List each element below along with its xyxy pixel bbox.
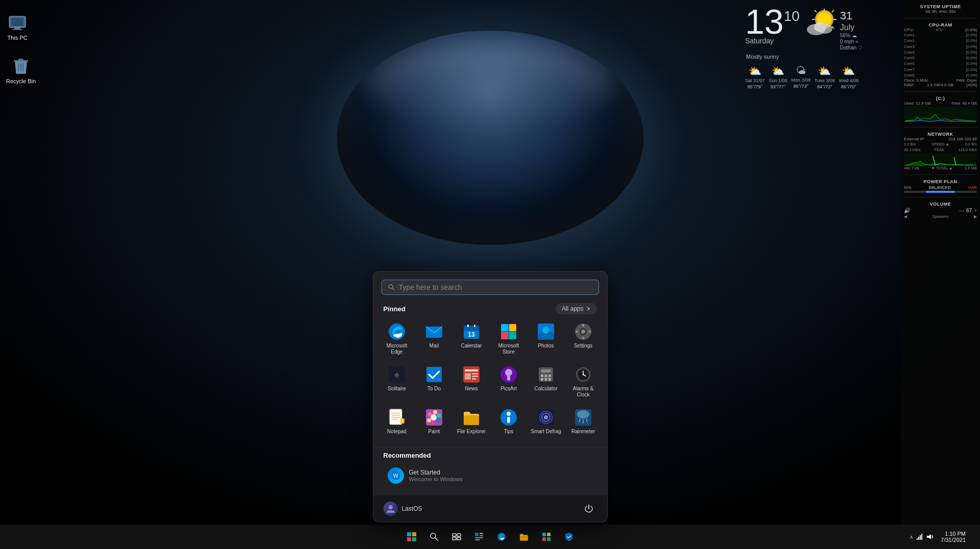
volume-plus[interactable]: + [974, 208, 977, 213]
disk-section: (C:) Used: 12.9 GB Total: 49.4 GB [904, 96, 977, 123]
search-input[interactable] [399, 283, 592, 291]
taskbar-edge-button[interactable] [491, 527, 512, 547]
pinned-title: Pinned [384, 305, 405, 313]
network-tray-icon[interactable] [916, 533, 923, 540]
pinned-header: Pinned All apps [373, 303, 607, 318]
next-btn[interactable]: ▶ [974, 214, 977, 219]
svg-rect-30 [467, 325, 469, 327]
svg-point-90 [507, 412, 511, 416]
app-photos[interactable]: Photos [529, 318, 564, 359]
desktop-icon-this-pc[interactable]: This PC [5, 10, 30, 43]
svg-rect-125 [917, 538, 918, 540]
app-rainmeter[interactable]: Rainmeter [566, 404, 601, 439]
app-file-explorer[interactable]: File Explorer [454, 404, 489, 439]
app-mail[interactable]: Mail [417, 318, 452, 359]
app-paint[interactable]: Paint [417, 404, 452, 439]
svg-rect-36 [509, 332, 516, 339]
app-calculator[interactable]: Calculator [529, 361, 564, 402]
app-alarms-clock[interactable]: Alarms & Clock [566, 361, 601, 402]
get-started-icon: W [388, 467, 404, 484]
disk-graph [904, 107, 977, 122]
app-microsoft-edge[interactable]: Microsoft Edge [379, 318, 415, 359]
svg-rect-127 [920, 535, 921, 540]
svg-rect-116 [480, 535, 483, 536]
taskbar-date: 7/31/2021 [941, 537, 966, 543]
app-notepad[interactable]: Notepad [379, 404, 415, 439]
app-microsoft-store[interactable]: Microsoft Store [491, 318, 527, 359]
widgets-button[interactable] [469, 527, 489, 547]
volume-minus[interactable]: — [959, 208, 964, 213]
svg-rect-42 [582, 324, 584, 327]
task-view-button[interactable] [446, 527, 467, 547]
taskbar-clock[interactable]: 1:10 PM 7/31/2021 [938, 530, 969, 544]
user-info[interactable]: LastOS [384, 502, 422, 516]
svg-line-21 [954, 157, 956, 165]
app-calendar[interactable]: 13 Calendar [454, 318, 489, 359]
desktop-icon-recycle-bin[interactable]: Recycle Bin [4, 54, 38, 86]
taskbar-search-button[interactable] [424, 527, 444, 547]
weather-month-year: July [840, 23, 863, 32]
start-button[interactable] [401, 527, 422, 547]
svg-rect-72 [390, 409, 402, 425]
svg-text:W: W [393, 473, 398, 479]
svg-point-87 [431, 414, 437, 420]
svg-point-85 [431, 420, 435, 425]
svg-rect-35 [501, 332, 508, 339]
show-desktop-button[interactable] [973, 528, 976, 546]
svg-rect-34 [509, 324, 516, 331]
weather-day-number: 13 [745, 4, 784, 39]
volume-tray-icon[interactable] [926, 533, 934, 540]
svg-rect-113 [457, 537, 461, 540]
disk-label: (C:) [904, 96, 977, 101]
prev-btn[interactable]: ◀ [904, 214, 907, 219]
svg-point-97 [577, 410, 589, 418]
tray-chevron[interactable]: ∧ [910, 534, 913, 540]
app-news[interactable]: News [454, 361, 489, 402]
svg-rect-31 [474, 325, 475, 327]
svg-rect-66 [548, 378, 551, 381]
speaker-label: Speakers [933, 214, 949, 219]
svg-point-83 [437, 413, 441, 417]
search-bar[interactable] [381, 280, 599, 295]
svg-line-8 [23, 63, 23, 71]
svg-rect-65 [545, 378, 547, 381]
power-button[interactable] [581, 501, 597, 517]
svg-rect-61 [541, 375, 543, 377]
volume-speaker-icon[interactable]: 🔊 [904, 208, 910, 213]
app-smart-defrag[interactable]: Smart Defrag [529, 404, 564, 439]
svg-point-41 [581, 330, 585, 334]
app-picsart[interactable]: PicsArt [491, 361, 527, 402]
app-solitaire-label: Solitaire [388, 386, 406, 392]
svg-line-23 [392, 288, 394, 290]
app-todo[interactable]: To Do [417, 361, 452, 402]
svg-rect-122 [547, 533, 551, 536]
recommended-get-started[interactable]: W Get Started Welcome to Windows [384, 464, 597, 487]
svg-point-19 [818, 23, 832, 34]
svg-rect-106 [407, 537, 411, 541]
uptime-title: SYSTEM UPTIME [904, 4, 977, 9]
user-avatar [384, 502, 398, 516]
network-section: NETWORK External IP: 216.186.163.89 0.0 … [904, 132, 977, 170]
app-settings[interactable]: Settings [566, 318, 601, 359]
all-apps-button[interactable]: All apps [556, 303, 597, 314]
svg-rect-124 [547, 537, 551, 541]
system-uptime-section: SYSTEM UPTIME 0d: 0h: 4mc: 33s [904, 4, 977, 14]
svg-rect-88 [464, 415, 479, 425]
svg-point-22 [389, 285, 393, 289]
network-graph [904, 153, 977, 166]
app-explorer-label: File Explorer [457, 429, 486, 435]
taskbar-explorer-button[interactable] [514, 527, 534, 547]
weather-location: Dothan ♡ [840, 45, 863, 51]
network-title: NETWORK [904, 132, 977, 137]
svg-rect-33 [501, 324, 508, 331]
taskbar-store-button[interactable] [536, 527, 557, 547]
power-plan-section: POWER PLAN MIN BALANCED HAR [904, 179, 977, 193]
app-alarms-label: Alarms & Clock [568, 386, 599, 398]
svg-rect-118 [475, 539, 480, 540]
taskbar-security-button[interactable] [559, 527, 579, 547]
start-footer: LastOS [373, 495, 607, 522]
app-settings-label: Settings [574, 343, 592, 349]
app-tips[interactable]: Tips [491, 404, 527, 439]
app-solitaire[interactable]: ♠ ♠ Solitaire [379, 361, 415, 402]
app-news-label: News [465, 386, 477, 392]
